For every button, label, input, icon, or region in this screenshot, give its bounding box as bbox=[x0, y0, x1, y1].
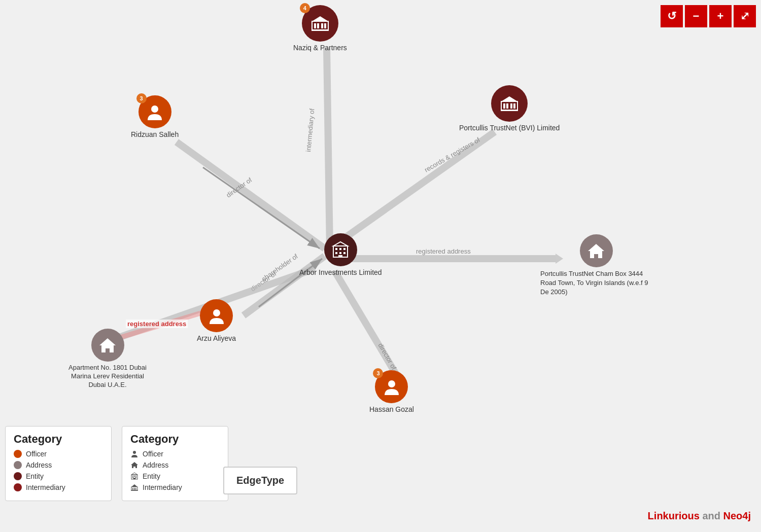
svg-point-40 bbox=[388, 380, 395, 387]
svg-rect-48 bbox=[135, 477, 136, 478]
svg-marker-42 bbox=[131, 462, 138, 468]
svg-rect-20 bbox=[338, 255, 342, 257]
zoom-out-button[interactable]: − bbox=[685, 5, 707, 27]
svg-rect-54 bbox=[135, 488, 136, 490]
svg-point-38 bbox=[213, 309, 220, 316]
node-naziq[interactable]: 4 Naziq & Partners bbox=[293, 5, 347, 52]
legend-left-title: Category bbox=[14, 433, 103, 446]
legend-dot-address bbox=[14, 461, 22, 469]
legend-item-officer: Officer bbox=[14, 450, 103, 458]
person-icon-arzu bbox=[207, 307, 226, 325]
node-portcullis-addr-label: Portcullis TrustNet Cham Box 3444 Road T… bbox=[540, 269, 652, 297]
svg-rect-25 bbox=[321, 23, 323, 28]
svg-marker-50 bbox=[131, 473, 137, 475]
legend-right-title: Category bbox=[130, 433, 220, 446]
svg-rect-16 bbox=[343, 248, 345, 250]
svg-rect-28 bbox=[312, 29, 329, 31]
node-arzu-label: Arzu Aliyeva bbox=[197, 334, 236, 342]
edgetype-label: EdgeType bbox=[236, 475, 284, 486]
legend-label-address: Address bbox=[26, 461, 52, 469]
svg-rect-44 bbox=[132, 476, 133, 477]
svg-marker-35 bbox=[501, 96, 517, 101]
legend-right: Category Officer Address Entity bbox=[122, 426, 228, 501]
node-hassan-label: Hassan Gozal bbox=[369, 405, 414, 413]
legend-right-label-entity: Entity bbox=[143, 472, 160, 480]
legend-right-item-officer: Officer bbox=[130, 450, 220, 458]
svg-rect-18 bbox=[339, 252, 341, 254]
legend-person-icon bbox=[130, 450, 139, 458]
brand-and: and bbox=[702, 510, 723, 521]
svg-rect-15 bbox=[339, 248, 341, 250]
home-icon-portcullis bbox=[587, 242, 605, 260]
legend-item-entity: Entity bbox=[14, 472, 103, 480]
zoom-in-button[interactable]: + bbox=[709, 5, 732, 27]
legend-label-officer: Officer bbox=[26, 450, 47, 458]
legend-left: Category Officer Address Entity Intermed… bbox=[5, 426, 112, 501]
legend-bank-icon bbox=[130, 483, 139, 491]
svg-rect-47 bbox=[132, 477, 133, 478]
edgetype-box: EdgeType bbox=[223, 467, 297, 494]
node-arzu[interactable]: Arzu Aliyeva bbox=[197, 299, 236, 342]
svg-rect-46 bbox=[135, 476, 136, 477]
svg-rect-36 bbox=[501, 110, 518, 111]
svg-rect-32 bbox=[506, 103, 508, 109]
toolbar: ↺ − + ⤢ bbox=[661, 5, 756, 27]
svg-line-1 bbox=[327, 48, 330, 249]
node-arbor[interactable]: Arbor Investments Limited bbox=[299, 233, 382, 276]
legend-dot-officer bbox=[14, 450, 22, 458]
reset-button[interactable]: ↺ bbox=[661, 5, 683, 27]
svg-marker-27 bbox=[312, 16, 328, 21]
node-portcullis-addr[interactable]: Portcullis TrustNet Cham Box 3444 Road T… bbox=[540, 234, 652, 297]
svg-rect-23 bbox=[314, 23, 316, 28]
node-ridzuan[interactable]: 3 Ridzuan Salleh bbox=[131, 95, 179, 138]
person-icon-hassan bbox=[383, 378, 401, 396]
svg-marker-55 bbox=[131, 484, 137, 487]
node-ridzuan-badge: 3 bbox=[136, 93, 147, 103]
svg-rect-53 bbox=[134, 488, 135, 490]
svg-marker-21 bbox=[333, 242, 348, 246]
person-icon-ridzuan bbox=[146, 103, 164, 121]
legend-building-icon bbox=[130, 472, 139, 480]
legend-right-item-entity: Entity bbox=[130, 472, 220, 480]
legend-dot-entity bbox=[14, 472, 22, 480]
svg-marker-37 bbox=[588, 244, 604, 258]
node-hassan-badge: 3 bbox=[373, 368, 383, 378]
brand-neo4j: Neo4j bbox=[723, 510, 751, 521]
node-arbor-label: Arbor Investments Limited bbox=[299, 268, 382, 276]
bank-icon-naziq bbox=[310, 13, 330, 33]
svg-point-41 bbox=[133, 451, 136, 454]
node-portcullis-bvi-label: Portcullis TrustNet (BVI) Limited bbox=[459, 124, 560, 132]
brand-linkurious: Linkurious bbox=[648, 510, 700, 521]
legend-label-entity: Entity bbox=[26, 472, 44, 480]
legend-item-intermediary: Intermediary bbox=[14, 483, 103, 491]
svg-rect-14 bbox=[335, 248, 337, 250]
svg-rect-52 bbox=[132, 488, 133, 490]
legend-home-icon bbox=[130, 461, 139, 469]
legend-right-label-address: Address bbox=[143, 461, 168, 469]
legend-item-address: Address bbox=[14, 461, 103, 469]
node-hassan[interactable]: 3 Hassan Gozal bbox=[369, 370, 414, 413]
svg-rect-33 bbox=[510, 103, 512, 109]
svg-point-29 bbox=[151, 105, 158, 113]
svg-rect-34 bbox=[513, 103, 515, 109]
svg-marker-39 bbox=[99, 338, 116, 352]
legend-right-label-officer: Officer bbox=[143, 450, 163, 458]
branding: Linkurious and Neo4j bbox=[648, 510, 751, 522]
legend-right-item-address: Address bbox=[130, 461, 220, 469]
node-ridzuan-label: Ridzuan Salleh bbox=[131, 130, 179, 138]
svg-rect-17 bbox=[335, 252, 337, 254]
legend-dot-intermediary bbox=[14, 483, 22, 491]
home-icon-dubai bbox=[98, 336, 117, 354]
fullscreen-button[interactable]: ⤢ bbox=[734, 5, 756, 27]
node-naziq-label: Naziq & Partners bbox=[293, 44, 347, 52]
node-dubai-addr[interactable]: Apartment No. 1801 Dubai Marina Lerev Re… bbox=[62, 329, 153, 389]
node-portcullis-bvi[interactable]: Portcullis TrustNet (BVI) Limited bbox=[459, 85, 560, 132]
svg-rect-31 bbox=[503, 103, 505, 109]
bank-icon-portcullis bbox=[499, 93, 520, 114]
svg-rect-56 bbox=[131, 490, 138, 491]
svg-rect-26 bbox=[324, 23, 326, 28]
svg-rect-19 bbox=[343, 252, 345, 254]
legend-label-intermediary: Intermediary bbox=[26, 483, 65, 491]
svg-rect-45 bbox=[134, 476, 135, 477]
node-naziq-badge: 4 bbox=[300, 3, 310, 13]
